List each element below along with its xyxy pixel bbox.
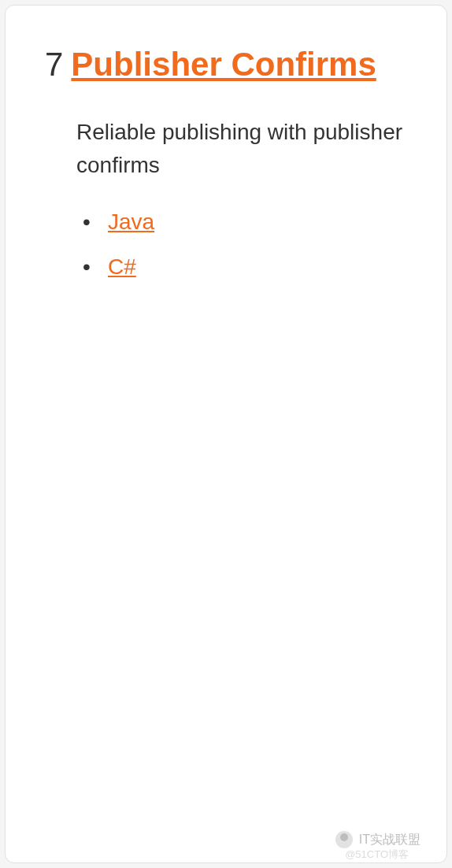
content-card: 7 Publisher Confirms Reliable publishing… bbox=[5, 5, 447, 863]
section-heading: 7 Publisher Confirms bbox=[45, 45, 415, 84]
watermark-sub: @51CTO博客 bbox=[345, 848, 409, 862]
section-title-link[interactable]: Publisher Confirms bbox=[71, 45, 376, 84]
list-item: C# bbox=[76, 254, 415, 280]
watermark-text: IT实战联盟 bbox=[359, 832, 421, 848]
section-number: 7 bbox=[45, 46, 63, 83]
watermark-icon bbox=[335, 831, 353, 848]
watermark: IT实战联盟 bbox=[335, 831, 421, 848]
list-item: Java bbox=[76, 210, 415, 235]
section-description: Reliable publishing with publisher confi… bbox=[76, 116, 415, 182]
csharp-link[interactable]: C# bbox=[108, 254, 136, 279]
java-link[interactable]: Java bbox=[108, 210, 154, 234]
language-links-list: Java C# bbox=[76, 210, 415, 280]
